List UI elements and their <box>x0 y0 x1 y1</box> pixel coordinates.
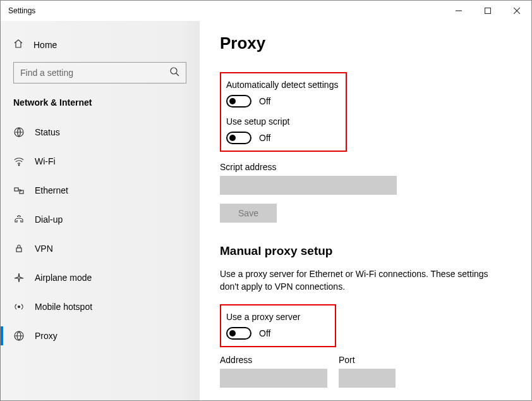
proxy-icon <box>13 330 25 342</box>
manual-setup-title: Manual proxy setup <box>220 244 511 258</box>
home-label: Home <box>33 40 57 50</box>
home-icon <box>13 39 25 51</box>
address-label: Address <box>220 355 327 365</box>
sidebar-item-label: VPN <box>35 244 53 254</box>
maximize-button[interactable] <box>473 1 502 21</box>
auto-detect-label: Automatically detect settings <box>226 80 338 90</box>
sidebar-item-label: Mobile hotspot <box>35 302 92 312</box>
use-proxy-state: Off <box>259 328 270 338</box>
script-address-input[interactable] <box>220 176 397 195</box>
sidebar-item-hotspot[interactable]: Mobile hotspot <box>1 292 199 321</box>
save-button[interactable]: Save <box>220 204 277 223</box>
window-controls <box>444 1 531 21</box>
port-label: Port <box>339 355 396 365</box>
svg-point-14 <box>18 306 20 308</box>
sidebar-item-vpn[interactable]: VPN <box>1 234 199 263</box>
titlebar: Settings <box>1 1 531 21</box>
dialup-icon <box>13 214 25 225</box>
use-proxy-toggle[interactable] <box>226 327 251 340</box>
sidebar-item-dialup[interactable]: Dial-up <box>1 205 199 234</box>
search-box[interactable] <box>13 62 186 83</box>
svg-point-7 <box>18 164 20 166</box>
search-input[interactable] <box>20 68 169 78</box>
sidebar-item-wifi[interactable]: Wi-Fi <box>1 147 199 176</box>
highlight-auto-setup: Automatically detect settings Off Use se… <box>220 72 347 152</box>
sidebar: Home Network & Internet Status Wi-Fi E <box>1 21 200 400</box>
main-content: Proxy Automatically detect settings Off … <box>200 21 531 400</box>
manual-setup-description: Use a proxy server for Ethernet or Wi-Fi… <box>220 268 498 293</box>
sidebar-section-header: Network & Internet <box>1 97 199 118</box>
svg-point-4 <box>171 68 177 74</box>
sidebar-item-label: Ethernet <box>35 185 68 195</box>
sidebar-item-label: Dial-up <box>35 214 63 225</box>
sidebar-item-label: Status <box>35 127 60 137</box>
close-button[interactable] <box>502 1 531 21</box>
window-title: Settings <box>1 6 444 15</box>
vpn-icon <box>13 243 25 254</box>
sidebar-item-status[interactable]: Status <box>1 118 199 147</box>
sidebar-item-label: Proxy <box>35 331 57 341</box>
airplane-icon <box>13 272 25 283</box>
svg-point-10 <box>18 216 18 217</box>
highlight-manual-proxy: Use a proxy server Off <box>220 304 336 347</box>
wifi-icon <box>13 156 25 167</box>
search-icon <box>169 66 179 79</box>
ethernet-icon <box>13 185 25 196</box>
svg-point-11 <box>19 216 20 216</box>
sidebar-item-proxy[interactable]: Proxy <box>1 321 199 350</box>
setup-script-label: Use setup script <box>226 116 338 126</box>
status-icon <box>13 126 25 138</box>
home-nav[interactable]: Home <box>1 34 199 59</box>
sidebar-item-label: Airplane mode <box>35 273 92 283</box>
svg-rect-13 <box>16 248 21 252</box>
sidebar-item-label: Wi-Fi <box>35 156 56 166</box>
svg-rect-8 <box>15 188 18 191</box>
page-title: Proxy <box>220 34 511 53</box>
setup-script-state: Off <box>259 133 270 143</box>
sidebar-item-ethernet[interactable]: Ethernet <box>1 176 199 205</box>
setup-script-toggle[interactable] <box>226 132 251 144</box>
auto-detect-toggle[interactable] <box>226 95 251 108</box>
auto-detect-state: Off <box>259 96 270 106</box>
svg-rect-1 <box>485 8 491 14</box>
port-input[interactable] <box>339 369 396 388</box>
svg-rect-9 <box>20 190 23 194</box>
script-address-label: Script address <box>220 162 511 172</box>
sidebar-item-airplane[interactable]: Airplane mode <box>1 263 199 292</box>
hotspot-icon <box>13 301 25 312</box>
svg-point-12 <box>20 216 21 217</box>
minimize-button[interactable] <box>444 1 473 21</box>
address-input[interactable] <box>220 369 327 388</box>
svg-line-5 <box>176 73 179 76</box>
use-proxy-label: Use a proxy server <box>226 312 327 322</box>
